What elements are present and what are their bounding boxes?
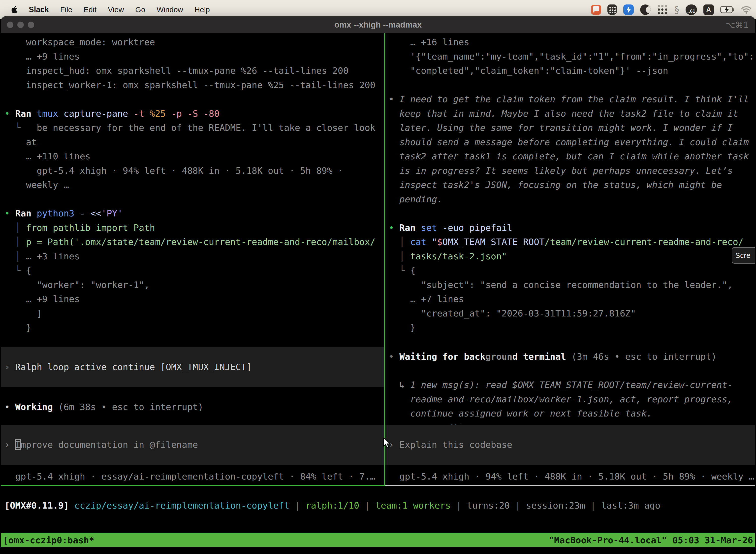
input-source-icon[interactable]: A xyxy=(703,4,714,15)
terminal-line: workspace_mode: worktree xyxy=(4,35,384,49)
terminal-line: inspect_worker-1: omx sparkshell --tmux-… xyxy=(4,78,384,92)
terminal-line: └ { xyxy=(389,263,755,278)
terminal-line: gpt-5.4 xhigh · 94% left · 488K in · 5.1… xyxy=(4,164,384,178)
terminal-line: is in progress? It seems likely but perh… xyxy=(389,164,755,178)
terminal-line: "created_at": "2026-03-31T11:59:27.816Z" xyxy=(389,306,755,321)
waiting-status-line: • Waiting for background terminal (3m 46… xyxy=(385,349,755,364)
terminal-line: • Ran python3 - <<'PY' xyxy=(4,206,384,221)
right-pane-output: … +16 lines '{"team_name":"my-team","tas… xyxy=(385,35,755,335)
terminal-line: │ from pathlib import Path xyxy=(4,221,384,235)
terminal-line: readme-and-reco/mailbox/worker-1.json, a… xyxy=(389,392,755,406)
right-prompt-line: › Explain this codebase xyxy=(385,438,755,452)
bolt-glyph xyxy=(623,4,634,15)
terminal-line: inspect_hud: omx sparkshell --tmux-pane … xyxy=(4,63,384,78)
tmux-host-clock: "MacBook-Pro-44.local" 05:03 31-Mar-26 xyxy=(549,533,753,548)
terminal-line: task2 after task1 is complete, but can I… xyxy=(389,149,755,164)
terminal-line: └ be necessary for the end of the README… xyxy=(4,121,384,135)
left-prompt-line: › Improve documentation in @filename xyxy=(1,438,384,452)
terminal-line: "subject": "send a concise recommendatio… xyxy=(389,278,755,292)
terminal-line: } xyxy=(389,321,755,335)
window-title-bar[interactable]: omx --xhigh --madmax ⌥⌘1 xyxy=(1,16,755,34)
terminal-line: … +7 lines xyxy=(389,292,755,306)
active-pane-bottom-border xyxy=(1,485,385,486)
close-button[interactable] xyxy=(7,21,13,28)
prompt-placeholder: Explain this codebase xyxy=(399,440,512,450)
traffic-lights xyxy=(7,16,34,33)
terminal-window: omx --xhigh --madmax ⌥⌘1 workspace_mode:… xyxy=(1,16,755,554)
terminal-line: │ cat "$OMX_TEAM_STATE_ROOT/team/review-… xyxy=(389,235,755,249)
ralph-loop-text: › Ralph loop active continue [OMX_TMUX_I… xyxy=(1,360,384,374)
terminal-line: … +16 lines xyxy=(389,35,755,49)
menu-items: FileEditViewGoWindowHelp xyxy=(60,5,210,14)
terminal-line: • Ran set -euo pipefail xyxy=(389,221,755,235)
left-model-status-line: gpt-5.4 xhigh · essay/ai-reimplementatio… xyxy=(1,469,384,484)
terminal-line: ↳ 1 new msg(s): read $OMX_TEAM_STATE_ROO… xyxy=(389,378,755,392)
terminal-line: continue assigned work or next feasible … xyxy=(389,406,755,421)
apple-menu-icon[interactable] xyxy=(10,5,17,14)
battery-icon[interactable] xyxy=(720,6,735,13)
mouse-cursor xyxy=(382,437,391,449)
tmux-status-bar: [omx-cczip0:bash* "MacBook-Pro-44.local"… xyxy=(1,533,755,547)
terminal-line: inspect task2's JSON, focusing on the st… xyxy=(389,178,755,192)
menu-item-window[interactable]: Window xyxy=(157,5,183,14)
left-prompt-input[interactable]: › Improve documentation in @filename xyxy=(1,425,384,465)
squiggle-icon[interactable]: § xyxy=(674,5,679,15)
pane-left[interactable]: workspace_mode: worktree … +9 lines insp… xyxy=(1,33,384,554)
right-model-status-line: gpt-5.4 xhigh · 94% left · 488K in · 5.1… xyxy=(385,469,755,484)
terminal-line: … +110 lines xyxy=(4,149,384,164)
terminal-line: │ … +3 lines xyxy=(4,249,384,264)
crescent-icon[interactable] xyxy=(640,4,650,15)
terminal-content: workspace_mode: worktree … +9 lines insp… xyxy=(1,33,755,554)
zoom-button[interactable] xyxy=(28,21,34,28)
menu-item-view[interactable]: View xyxy=(108,5,124,14)
screen-edge-tooltip: Scre xyxy=(732,247,755,264)
minimize-button[interactable] xyxy=(17,21,24,28)
terminal-line xyxy=(389,206,755,221)
omx-session-status-line: [OMX#0.11.9] cczip/essay/ai-reimplementa… xyxy=(1,498,755,513)
terminal-line: … +9 lines xyxy=(4,292,384,306)
terminal-line: } xyxy=(4,321,384,335)
terminal-line: • I need to get the claim token from the… xyxy=(389,92,755,107)
terminal-line: pending. xyxy=(389,192,755,207)
terminal-line: │ p = Path('.omx/state/team/review-curre… xyxy=(4,235,384,249)
terminal-line: • Ran tmux capture-pane -t %25 -p -S -80 xyxy=(4,107,384,121)
inactive-pane-bottom-border xyxy=(385,485,755,486)
terminal-line: │ tasks/task-2.json" xyxy=(389,249,755,264)
active-app-name[interactable]: Slack xyxy=(29,5,49,14)
shield-grid-icon[interactable] xyxy=(608,4,617,15)
window-shortcut-badge: ⌥⌘1 xyxy=(726,16,749,33)
working-status-line: • Working (6m 38s • esc to interrupt) xyxy=(1,400,384,414)
left-pane-output: workspace_mode: worktree … +9 lines insp… xyxy=(1,35,384,335)
menu-bar-left: Slack FileEditViewGoWindowHelp xyxy=(0,5,210,14)
menu-item-go[interactable]: Go xyxy=(135,5,145,14)
right-prompt-input[interactable]: › Explain this codebase xyxy=(385,425,755,465)
terminal-line: keep that in mind. Maybe I also need the… xyxy=(389,107,755,121)
dots-grid-icon[interactable] xyxy=(657,4,668,15)
prompt-chevron: › xyxy=(4,440,15,450)
screen: { "colors": { "gray":"#8f8f8f","dim":"#6… xyxy=(0,0,756,554)
wifi-icon[interactable] xyxy=(741,6,752,14)
messages-icon[interactable] xyxy=(591,5,601,15)
terminal-line: └ { xyxy=(4,263,384,278)
terminal-line xyxy=(4,192,384,207)
terminal-line xyxy=(4,92,384,107)
terminal-line: later. Using the same for transition mig… xyxy=(389,121,755,135)
tmux-session-window[interactable]: [omx-cczip0:bash* xyxy=(3,533,94,548)
text-cursor: I xyxy=(15,440,20,450)
menu-item-help[interactable]: Help xyxy=(194,5,210,14)
pane-right[interactable]: … +16 lines '{"team_name":"my-team","tas… xyxy=(385,33,755,554)
terminal-line: "worker": "worker-1", xyxy=(4,278,384,292)
message-bubble xyxy=(593,6,599,11)
badge-61-icon[interactable]: ..61 xyxy=(686,4,697,15)
window-title: omx --xhigh --madmax xyxy=(334,16,422,33)
menu-item-file[interactable]: File xyxy=(60,5,72,14)
terminal-line: weekly … xyxy=(4,178,384,192)
menu-item-edit[interactable]: Edit xyxy=(83,5,97,14)
bolt-badge-icon[interactable] xyxy=(623,4,634,15)
terminal-line: "completed","claim_token":"claim-token"}… xyxy=(389,63,755,78)
prompt-placeholder: mprove documentation in @filename xyxy=(20,440,198,450)
terminal-line: ] xyxy=(4,306,384,321)
terminal-line: should send a message before completing … xyxy=(389,135,755,150)
terminal-line: '{"team_name":"my-team","task_id":"1","f… xyxy=(389,49,755,64)
ralph-loop-banner: › Ralph loop active continue [OMX_TMUX_I… xyxy=(1,347,384,387)
